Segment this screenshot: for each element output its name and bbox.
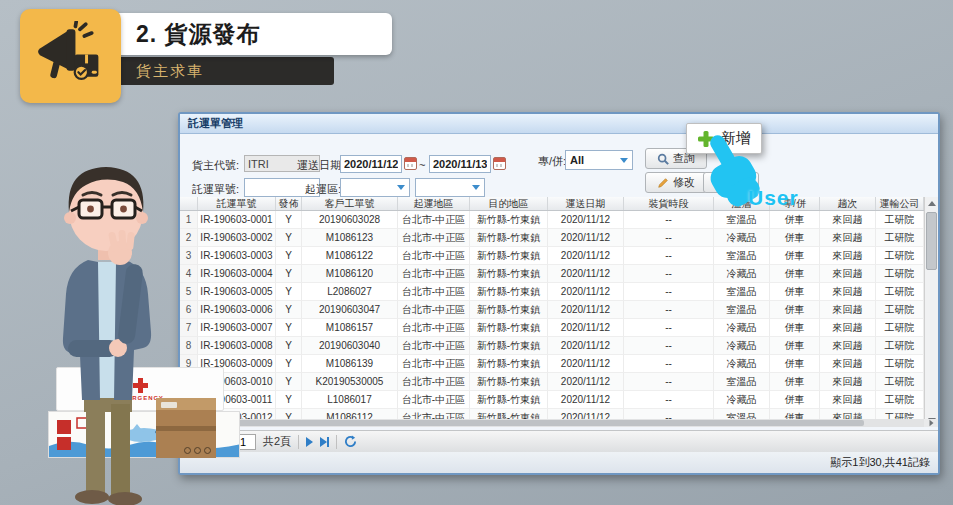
table-cell: 台北市-中正區	[398, 319, 470, 337]
last-page-button[interactable]	[320, 437, 329, 447]
table-cell: Y	[276, 211, 302, 229]
table-row[interactable]: 1IR-190603-0001Y20190603028台北市-中正區新竹縣-竹東…	[180, 211, 924, 229]
table-cell: 台北市-中正區	[398, 265, 470, 283]
table-row[interactable]: 8IR-190603-0008Y20190603040台北市-中正區新竹縣-竹東…	[180, 337, 924, 355]
table-cell: L2086027	[302, 283, 398, 301]
table-cell: 台北市-中正區	[398, 355, 470, 373]
total-pages-label: 共2頁	[263, 434, 291, 449]
column-header[interactable]: 裝貨時段	[624, 197, 714, 210]
table-cell: 台北市-中正區	[398, 391, 470, 409]
table-cell: 工研院	[876, 247, 924, 265]
table-cell: IR-190603-0004	[198, 265, 276, 283]
add-button[interactable]: 新增	[686, 123, 762, 154]
table-cell: 2020/11/12	[548, 283, 624, 301]
table-cell: 來回趟	[820, 373, 876, 391]
table-header: 託運單號發佈客戶工單號起運地區目的地區運送日期裝貨時段溫層專/併趟次運輸公司	[180, 197, 924, 211]
table-cell: 工研院	[876, 301, 924, 319]
table-cell: 工研院	[876, 229, 924, 247]
table-cell: 2020/11/12	[548, 229, 624, 247]
column-header[interactable]: 運輸公司	[876, 197, 924, 210]
table-cell: 新竹縣-竹東鎮	[470, 265, 548, 283]
vertical-scrollbar[interactable]	[924, 197, 938, 427]
horizontal-scrollbar[interactable]	[180, 419, 924, 427]
table-cell: 室溫品	[714, 301, 770, 319]
table-row[interactable]: 5IR-190603-0005YL2086027台北市-中正區新竹縣-竹東鎮20…	[180, 283, 924, 301]
origin-area-select-2[interactable]	[415, 178, 485, 197]
table-row[interactable]: 9IR-190603-0009YM1086139台北市-中正區新竹縣-竹東鎮20…	[180, 355, 924, 373]
mode-value: All	[570, 154, 584, 166]
refresh-button[interactable]	[344, 435, 357, 448]
table-cell: 來回趟	[820, 355, 876, 373]
table-cell: 台北市-中正區	[398, 283, 470, 301]
table-cell: 併車	[770, 265, 820, 283]
table-cell: 2020/11/12	[548, 337, 624, 355]
scroll-thumb[interactable]	[926, 212, 937, 270]
date-separator: ~	[419, 156, 425, 174]
column-header[interactable]: 目的地區	[470, 197, 548, 210]
packing-tape	[156, 426, 216, 431]
table-cell: 併車	[770, 229, 820, 247]
table-cell: --	[624, 319, 714, 337]
table-cell: --	[624, 355, 714, 373]
hscroll-right-arrow[interactable]	[924, 419, 938, 427]
table-cell: 工研院	[876, 373, 924, 391]
table-cell: 工研院	[876, 337, 924, 355]
table-row[interactable]: 11IR-190603-0011YL1086017台北市-中正區新竹縣-竹東鎮2…	[180, 391, 924, 409]
table-cell: 台北市-中正區	[398, 373, 470, 391]
column-header[interactable]: 客戶工單號	[302, 197, 398, 210]
origin-area-select-1[interactable]	[340, 178, 410, 197]
calendar-icon[interactable]	[493, 157, 506, 170]
column-header[interactable]: 趟次	[820, 197, 876, 210]
column-header[interactable]: 託運單號	[198, 197, 276, 210]
status-bar: 顯示1到30,共41記錄	[180, 452, 938, 473]
table-cell: 併車	[770, 247, 820, 265]
table-row[interactable]: 7IR-190603-0007YM1086157台北市-中正區新竹縣-竹東鎮20…	[180, 319, 924, 337]
table-cell: --	[624, 211, 714, 229]
table-cell: 新竹縣-竹東鎮	[470, 337, 548, 355]
table-row[interactable]: 10IR-190603-0010YK20190530005台北市-中正區新竹縣-…	[180, 373, 924, 391]
pagination-bar: 共2頁	[180, 430, 938, 452]
table-cell: 室溫品	[714, 247, 770, 265]
table-row[interactable]: 6IR-190603-0006Y20190603047台北市-中正區新竹縣-竹東…	[180, 301, 924, 319]
modify-button[interactable]: 修改	[645, 172, 707, 193]
table-cell: 冷藏品	[714, 319, 770, 337]
table-cell: Y	[276, 229, 302, 247]
calendar-icon[interactable]	[404, 157, 417, 170]
mode-select[interactable]: All	[565, 150, 633, 170]
mode-label: 專/併:	[538, 152, 566, 170]
table-cell: 2020/11/12	[548, 247, 624, 265]
table-cell: 併車	[770, 319, 820, 337]
ship-date-to-field[interactable]	[429, 155, 491, 173]
table-row[interactable]: 3IR-190603-0003YM1086122台北市-中正區新竹縣-竹東鎮20…	[180, 247, 924, 265]
table-cell: 來回趟	[820, 301, 876, 319]
table-cell: Y	[276, 319, 302, 337]
ship-date-label: 運送日期:	[297, 156, 344, 174]
column-header[interactable]: 發佈	[276, 197, 302, 210]
table-cell: IR-190603-0001	[198, 211, 276, 229]
column-header[interactable]: 起運地區	[398, 197, 470, 210]
chevron-down-icon	[620, 158, 628, 163]
table-row[interactable]: 2IR-190603-0002YM1086123台北市-中正區新竹縣-竹東鎮20…	[180, 229, 924, 247]
window-titlebar[interactable]: 託運單管理	[180, 114, 938, 134]
table-cell: 台北市-中正區	[398, 211, 470, 229]
table-cell: M1086123	[302, 229, 398, 247]
table-cell: --	[624, 229, 714, 247]
next-page-button[interactable]	[306, 437, 313, 447]
table-cell: 2020/11/12	[548, 373, 624, 391]
scroll-up-arrow[interactable]	[925, 197, 939, 210]
table-cell: 新竹縣-竹東鎮	[470, 391, 548, 409]
ship-date-from-field[interactable]	[340, 155, 402, 173]
table-cell: IR-190603-0007	[198, 319, 276, 337]
table-cell: 來回趟	[820, 247, 876, 265]
origin-area-label: 起運區:	[305, 180, 341, 198]
table-cell: 室溫品	[714, 211, 770, 229]
table-cell: 台北市-中正區	[398, 247, 470, 265]
table-cell: 室溫品	[714, 283, 770, 301]
trash-icon	[713, 177, 724, 189]
table-body: 1IR-190603-0001Y20190603028台北市-中正區新竹縣-竹東…	[180, 211, 924, 427]
hscroll-thumb[interactable]	[180, 420, 864, 426]
pencil-icon	[657, 177, 669, 189]
table-row[interactable]: 4IR-190603-0004YM1086120台北市-中正區新竹縣-竹東鎮20…	[180, 265, 924, 283]
column-header[interactable]: 運送日期	[548, 197, 624, 210]
table-cell: 併車	[770, 301, 820, 319]
